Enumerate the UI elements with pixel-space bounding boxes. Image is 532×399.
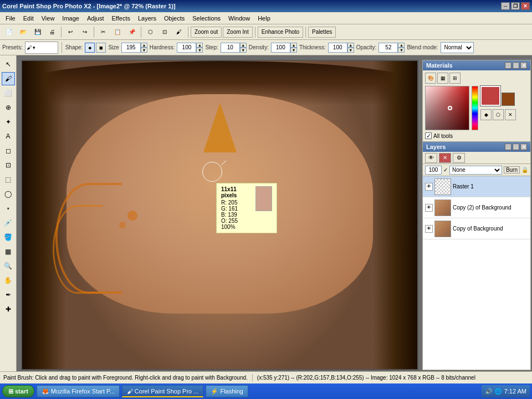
layer-blend-mode-none[interactable]: None <box>449 166 502 175</box>
step-down[interactable]: ▼ <box>240 48 247 53</box>
layers-close-btn[interactable]: ✕ <box>520 144 527 150</box>
cut-button[interactable]: ✂ <box>96 26 110 38</box>
brush-button[interactable]: 🖌 <box>172 26 186 38</box>
menu-objects[interactable]: Objects <box>161 14 188 23</box>
layers-float-btn[interactable]: □ <box>513 144 519 150</box>
density-up[interactable]: ▲ <box>290 43 297 48</box>
size-up[interactable]: ▲ <box>141 43 147 48</box>
tool-crop[interactable]: ⊡ <box>2 158 15 172</box>
layer-item-copy[interactable]: 👁 Copy of Background <box>423 218 530 239</box>
minimize-button[interactable]: ─ <box>501 2 510 10</box>
opacity-input[interactable] <box>378 43 398 53</box>
save-button[interactable]: 💾 <box>31 26 44 38</box>
menu-image[interactable]: Image <box>59 14 83 23</box>
redo-button[interactable]: ↪ <box>78 26 91 38</box>
crop-button[interactable]: ⊡ <box>158 26 171 38</box>
layer-item-copy2[interactable]: 👁 Copy (2) of Background <box>423 197 530 218</box>
thickness-input[interactable] <box>328 43 347 53</box>
tool-gradient[interactable]: ▦ <box>2 245 15 258</box>
menu-edit[interactable]: Edit <box>20 14 37 23</box>
canvas-area[interactable]: 11x11 pixels R: 205 G: 161 B: 139 O: 255… <box>17 55 532 371</box>
materials-close-btn[interactable]: ✕ <box>520 62 527 69</box>
opacity-down[interactable]: ▼ <box>398 48 405 53</box>
close-button[interactable]: ✕ <box>521 2 530 10</box>
menu-effects[interactable]: Effects <box>109 14 134 23</box>
zoom-out-button[interactable]: Zoom out <box>191 27 222 38</box>
tool-shapes[interactable]: ◻ <box>2 144 15 157</box>
tool-eraser[interactable]: ⬜ <box>2 86 15 100</box>
copy-button[interactable]: 📋 <box>111 26 124 38</box>
shape-square[interactable]: ■ <box>96 43 106 53</box>
layer1-vis[interactable]: 👁 <box>425 183 433 191</box>
layer-add-btn[interactable]: ⚙ <box>453 153 465 163</box>
layer-delete-btn[interactable]: ✕ <box>439 153 451 163</box>
open-button[interactable]: 📂 <box>17 26 30 38</box>
menu-view[interactable]: View <box>38 14 58 23</box>
hue-bar[interactable] <box>472 86 478 130</box>
deform-button[interactable]: ⬡ <box>144 26 157 38</box>
tab-gradient[interactable]: ▦ <box>437 73 448 84</box>
new-button[interactable]: 📄 <box>2 26 16 38</box>
palettes-button[interactable]: Palettes <box>308 27 336 38</box>
hardness-down[interactable]: ▼ <box>196 48 203 53</box>
menu-window[interactable]: Window <box>225 14 253 23</box>
tool-arrow[interactable]: ↖ <box>2 58 15 71</box>
tool-pan[interactable]: ✋ <box>2 274 15 287</box>
tool-zoom[interactable]: 🔍 <box>2 259 15 273</box>
menu-help[interactable]: Help <box>254 14 274 23</box>
start-button[interactable]: ⊞ start <box>2 385 34 397</box>
print-button[interactable]: 🖨 <box>45 26 59 38</box>
tool-eyedropper[interactable]: 💉 <box>2 216 15 229</box>
photo-image[interactable]: 11x11 pixels R: 205 G: 161 B: 139 O: 255… <box>22 61 417 369</box>
bg-swatch[interactable] <box>502 93 515 106</box>
tab-color[interactable]: 🎨 <box>425 73 436 84</box>
undo-button[interactable]: ↩ <box>64 26 77 38</box>
layers-minimize-btn[interactable]: _ <box>505 144 511 150</box>
size-input[interactable] <box>121 43 141 53</box>
taskbar-item-psp[interactable]: 🖌 Corel Paint Shop Pro ... <box>122 385 204 397</box>
tool-pen[interactable]: ✒ <box>2 288 15 301</box>
layer-item-raster1[interactable]: 👁 Raster 1 <box>423 176 530 197</box>
menu-layers[interactable]: Layers <box>135 14 160 23</box>
tool-heal[interactable]: ✚ <box>2 303 15 316</box>
size-down[interactable]: ▼ <box>141 48 147 53</box>
material-icon-3[interactable]: ✕ <box>505 109 516 120</box>
menu-selections[interactable]: Selections <box>189 14 224 23</box>
layer-opacity-input[interactable] <box>425 166 442 175</box>
density-down[interactable]: ▼ <box>290 48 297 53</box>
step-up[interactable]: ▲ <box>240 43 247 48</box>
all-tools-checkbox[interactable]: ✓ <box>425 132 432 139</box>
taskbar-item-firefox[interactable]: 🦊 Mozilla Firefox Start P... <box>37 385 120 397</box>
blend-mode-select[interactable]: Normal Multiply Screen <box>441 42 474 53</box>
material-icon-2[interactable]: ⬡ <box>493 109 504 120</box>
layer3-vis[interactable]: 👁 <box>425 225 433 233</box>
tool-text[interactable]: A <box>2 130 15 143</box>
tool-magic-wand[interactable]: ⋆ <box>2 202 15 215</box>
tool-paint-brush[interactable]: 🖌 <box>2 72 15 85</box>
tab-pattern[interactable]: ⊞ <box>449 73 461 84</box>
tool-lasso[interactable]: ◯ <box>2 187 15 201</box>
density-input[interactable] <box>271 43 290 53</box>
enhance-photo-button[interactable]: Enhance Photo <box>258 27 303 38</box>
opacity-up[interactable]: ▲ <box>398 43 405 48</box>
thickness-up[interactable]: ▲ <box>347 43 354 48</box>
menu-adjust[interactable]: Adjust <box>84 14 108 23</box>
materials-float-btn[interactable]: □ <box>513 62 519 69</box>
shape-circle[interactable]: ● <box>85 43 95 53</box>
tool-fill[interactable]: 🪣 <box>2 231 15 244</box>
restore-button[interactable]: ❐ <box>511 2 520 10</box>
taskbar-item-flashing[interactable]: ⚡ Flashing <box>206 385 248 397</box>
material-icon-1[interactable]: ◆ <box>480 109 492 120</box>
layer2-vis[interactable]: 👁 <box>425 204 433 212</box>
color-spectrum[interactable] <box>425 86 469 130</box>
materials-minimize-btn[interactable]: _ <box>505 62 511 69</box>
fg-swatch[interactable] <box>480 86 500 106</box>
hardness-up[interactable]: ▲ <box>196 43 203 48</box>
presets-dropdown[interactable]: 🖌 ▾ <box>25 42 58 54</box>
tool-selection[interactable]: ⬚ <box>2 173 15 186</box>
layer-vis-btn[interactable]: 👁 <box>425 153 437 163</box>
tool-retouch[interactable]: ✦ <box>2 115 15 129</box>
thickness-down[interactable]: ▼ <box>347 48 354 53</box>
paste-button[interactable]: 📌 <box>125 26 139 38</box>
step-input[interactable] <box>221 43 240 53</box>
